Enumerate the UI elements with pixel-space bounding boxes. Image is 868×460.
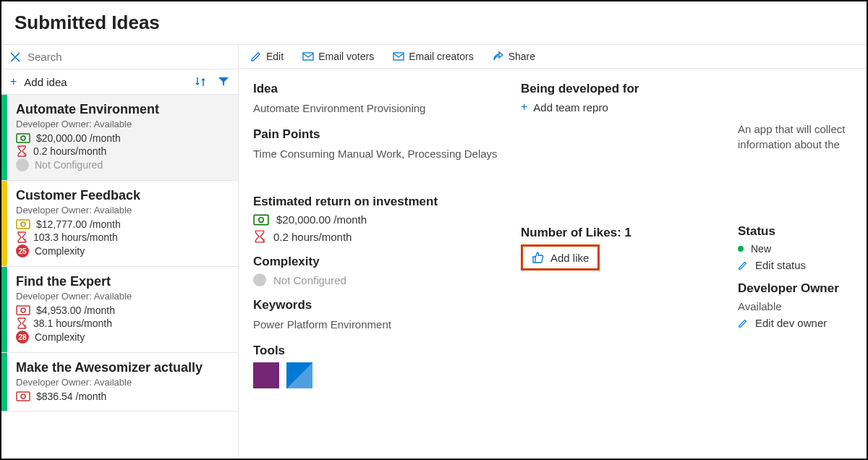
thumb-up-icon bbox=[532, 251, 545, 264]
email-voters-button[interactable]: Email voters bbox=[302, 51, 374, 62]
keywords-value: Power Platform Environment bbox=[253, 317, 499, 332]
money-icon bbox=[16, 305, 30, 315]
idea-owner: Developer Owner: Available bbox=[16, 205, 229, 216]
idea-cost: $12,777.00 /month bbox=[36, 218, 121, 230]
idea-owner: Developer Owner: Available bbox=[16, 291, 229, 302]
status-bar bbox=[1, 181, 7, 266]
roi-hours: 0.2 hours/month bbox=[273, 231, 352, 243]
svg-rect-13 bbox=[254, 215, 268, 224]
close-icon[interactable] bbox=[10, 52, 20, 62]
idea-title: Customer Feedback bbox=[16, 188, 229, 203]
share-icon bbox=[493, 51, 504, 62]
roi-label: Estimated return on investment bbox=[253, 195, 499, 209]
idea-cost: $20,000.00 /month bbox=[36, 132, 121, 144]
complexity-badge bbox=[253, 273, 266, 286]
svg-rect-12 bbox=[393, 53, 404, 60]
pain-value: Time Consuming Manual Work, Processing D… bbox=[253, 146, 499, 161]
pencil-icon bbox=[250, 51, 262, 62]
status-label: Status bbox=[738, 224, 852, 239]
search-row[interactable] bbox=[1, 45, 238, 69]
edit-button[interactable]: Edit bbox=[250, 51, 284, 62]
email-creators-button[interactable]: Email creators bbox=[393, 51, 473, 62]
money-icon bbox=[16, 391, 30, 401]
status-value: New bbox=[751, 243, 771, 255]
money-icon bbox=[253, 214, 269, 226]
roi-cost: $20,000.00 /month bbox=[276, 213, 367, 226]
add-like-label: Add like bbox=[550, 252, 589, 264]
detail-panel: Idea Automate Environment Provisioning P… bbox=[239, 69, 867, 459]
idea-cost: $836.54 /month bbox=[36, 391, 106, 402]
add-team-button[interactable]: + Add team repro bbox=[521, 101, 716, 114]
being-developed-label: Being developed for bbox=[521, 82, 716, 96]
tool-icon-blue bbox=[286, 362, 312, 388]
toolbar: Edit Email voters Email creators Share bbox=[239, 45, 867, 69]
status-dot bbox=[738, 246, 744, 252]
idea-title: Automate Environment bbox=[16, 102, 229, 117]
page-header: Submitted Ideas bbox=[1, 1, 867, 45]
complexity-value: Not Configured bbox=[273, 274, 346, 286]
page-title: Submitted Ideas bbox=[14, 12, 854, 34]
idea-owner: Developer Owner: Available bbox=[16, 377, 229, 388]
idea-hours: 103.3 hours/month bbox=[33, 231, 118, 243]
hourglass-icon: $ bbox=[16, 231, 27, 243]
svg-rect-0 bbox=[17, 134, 30, 142]
money-icon bbox=[16, 133, 30, 143]
idea-value: Automate Environment Provisioning bbox=[253, 101, 499, 116]
svg-rect-6 bbox=[17, 306, 30, 315]
complexity-label: Complexity bbox=[253, 255, 499, 269]
idea-complexity: Not Configured bbox=[35, 159, 103, 171]
mail-icon bbox=[393, 51, 404, 61]
idea-title: Find the Expert bbox=[16, 274, 229, 289]
money-icon bbox=[16, 219, 30, 229]
svg-rect-3 bbox=[17, 220, 30, 229]
add-like-button[interactable]: Add like bbox=[521, 244, 600, 271]
idea-complexity: Complexity bbox=[35, 331, 85, 343]
keywords-label: Keywords bbox=[253, 298, 499, 312]
main-panel: Edit Email voters Email creators Share bbox=[239, 45, 867, 459]
idea-item[interactable]: Find the Expert Developer Owner: Availab… bbox=[1, 267, 238, 353]
pencil-icon bbox=[738, 260, 748, 271]
svg-rect-9 bbox=[17, 392, 30, 401]
add-team-label: Add team repro bbox=[533, 101, 608, 114]
idea-item[interactable]: Customer Feedback Developer Owner: Avail… bbox=[1, 181, 238, 267]
search-input[interactable] bbox=[27, 51, 229, 63]
complexity-badge: 25 bbox=[16, 244, 29, 257]
edit-status-button[interactable]: Edit status bbox=[738, 259, 852, 271]
svg-text:$: $ bbox=[24, 238, 27, 243]
ideas-list: Automate Environment Developer Owner: Av… bbox=[1, 95, 238, 459]
hourglass-icon: $ bbox=[16, 318, 27, 329]
dev-owner-label: Developer Owner bbox=[738, 281, 852, 296]
idea-hours: 0.2 hours/month bbox=[33, 145, 106, 157]
tool-icon-purple bbox=[253, 362, 279, 388]
email-creators-label: Email creators bbox=[409, 51, 473, 62]
likes-label: Number of Likes: 1 bbox=[521, 226, 716, 240]
edit-label: Edit bbox=[266, 51, 284, 62]
idea-label: Idea bbox=[253, 82, 499, 96]
idea-complexity: Complexity bbox=[35, 245, 85, 257]
hourglass-icon: $ bbox=[253, 230, 266, 243]
idea-hours: 38.1 hours/month bbox=[33, 318, 112, 329]
mail-icon bbox=[302, 51, 314, 61]
status-bar bbox=[1, 95, 7, 180]
pencil-icon bbox=[738, 318, 748, 328]
idea-item[interactable]: Make the Awesomizer actually Developer O… bbox=[1, 353, 238, 412]
sidebar: + Add idea Automate Environment Develope… bbox=[1, 45, 239, 459]
filter-icon[interactable] bbox=[218, 76, 229, 88]
svg-text:$: $ bbox=[24, 152, 27, 157]
add-idea-row[interactable]: + Add idea bbox=[1, 69, 238, 95]
edit-status-label: Edit status bbox=[755, 259, 806, 271]
svg-point-10 bbox=[21, 394, 25, 399]
share-button[interactable]: Share bbox=[493, 51, 535, 62]
share-label: Share bbox=[509, 51, 535, 62]
svg-point-1 bbox=[21, 136, 25, 140]
idea-item[interactable]: Automate Environment Developer Owner: Av… bbox=[1, 95, 238, 181]
status-bar bbox=[1, 267, 7, 352]
svg-point-4 bbox=[21, 222, 25, 226]
plus-icon: + bbox=[10, 75, 17, 88]
idea-cost: $4,953.00 /month bbox=[36, 304, 115, 316]
edit-dev-owner-button[interactable]: Edit dev owner bbox=[738, 317, 852, 329]
plus-icon: + bbox=[521, 101, 527, 114]
status-bar bbox=[1, 353, 7, 411]
svg-text:$: $ bbox=[262, 237, 265, 243]
sort-icon[interactable] bbox=[195, 76, 206, 88]
